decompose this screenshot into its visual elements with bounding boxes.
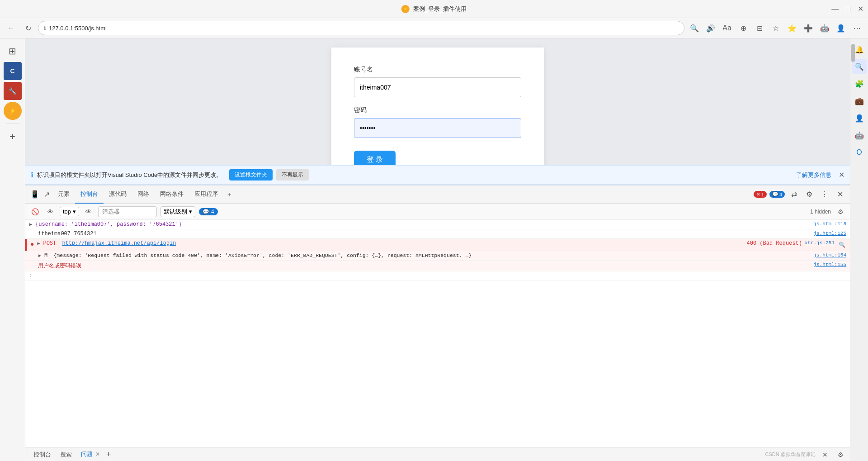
expand-icon-6[interactable]: › bbox=[29, 273, 33, 279]
learn-more-link[interactable]: 了解更多信息 bbox=[796, 171, 831, 179]
app-logo-icon: ⚡ bbox=[401, 5, 410, 13]
zoom-icon[interactable]: ⊕ bbox=[736, 21, 750, 35]
devtools-settings-icon[interactable]: ⚙ bbox=[803, 188, 816, 201]
devtools-responsive-icon[interactable]: ⇄ bbox=[788, 188, 800, 201]
bottom-right: CSDN @振华首席凉记 ✕ ⚙ bbox=[765, 449, 846, 461]
tab-sources[interactable]: 源代码 bbox=[104, 185, 132, 204]
tab-console[interactable]: 控制台 bbox=[75, 185, 104, 204]
msg-count-badge: 💬 4 bbox=[199, 208, 218, 215]
profile-icon[interactable]: 👤 bbox=[834, 21, 848, 35]
extensions-icon[interactable]: 🧩 bbox=[852, 76, 867, 91]
account-input[interactable] bbox=[354, 77, 521, 97]
tab-network-conditions[interactable]: 网络条件 bbox=[155, 185, 189, 204]
chevron-down-icon: ▾ bbox=[73, 208, 76, 215]
detail-m: M bbox=[44, 252, 51, 259]
watermark-text: CSDN @振华首席凉记 bbox=[765, 451, 816, 458]
expand-icon-1[interactable]: ▶ bbox=[29, 221, 33, 228]
collections-icon[interactable]: ⭐ bbox=[785, 21, 799, 35]
person-icon[interactable]: 👤 bbox=[852, 111, 867, 125]
devtools-inspect-icon[interactable]: ↗ bbox=[41, 189, 52, 200]
copilot-icon[interactable]: 🤖 bbox=[817, 21, 832, 35]
address-bar[interactable]: ℹ 127.0.0.1:5500/js.html bbox=[38, 21, 684, 35]
msg-count: 4 bbox=[211, 209, 214, 215]
window-title: 案例_登录_插件使用 bbox=[413, 5, 467, 13]
devtools-add-tab-icon[interactable]: + bbox=[223, 189, 235, 200]
sidebar-tabs-icon[interactable]: ⊞ bbox=[4, 42, 22, 60]
console-file-3[interactable]: xhr.js:251 bbox=[805, 240, 835, 246]
content-area: 账号名 密码 登 录 ℹ 标识项目的根文件夹以打开Visual Studio C… bbox=[25, 38, 850, 461]
lock-icon: ℹ bbox=[44, 25, 46, 31]
show-live-icon[interactable]: 👁 bbox=[44, 206, 56, 218]
nav-actions: 🔍 🔊 Aa ⊕ ⊟ ☆ ⭐ ➕ 🤖 👤 ⋯ bbox=[687, 21, 864, 35]
context-dropdown[interactable]: top ▾ bbox=[60, 207, 79, 216]
browser-add-icon[interactable]: ➕ bbox=[801, 21, 816, 35]
console-file-2[interactable]: js.html:125 bbox=[813, 231, 846, 236]
sidebar-tool-red-icon[interactable]: 🔧 bbox=[4, 82, 22, 100]
briefcase-icon[interactable]: 💼 bbox=[852, 94, 867, 108]
bottom-tab-search[interactable]: 搜索 bbox=[56, 447, 76, 461]
expand-icon-3[interactable]: ▶ bbox=[37, 240, 40, 247]
read-aloud-icon[interactable]: 🔊 bbox=[703, 21, 718, 35]
info-message: 标识项目的根文件夹以打开Visual Studio Code中的源文件并同步更改… bbox=[37, 171, 222, 179]
font-icon[interactable]: Aa bbox=[720, 21, 734, 35]
console-file-1[interactable]: js.html:118 bbox=[813, 221, 846, 227]
split-view-icon[interactable]: ⊟ bbox=[752, 21, 767, 35]
clear-console-icon[interactable]: 🚫 bbox=[29, 206, 41, 218]
tab-elements[interactable]: 元素 bbox=[52, 185, 75, 204]
more-icon[interactable]: ⋯ bbox=[850, 21, 864, 35]
devtools-close-icon[interactable]: ✕ bbox=[834, 188, 846, 201]
bottom-tab-add-icon[interactable]: + bbox=[104, 450, 113, 459]
sidebar-add-icon[interactable]: + bbox=[4, 128, 22, 146]
password-input[interactable] bbox=[354, 118, 521, 138]
left-sidebar: ⊞ C 🔧 ⚡ + bbox=[0, 38, 25, 461]
copilot-sidebar-icon[interactable]: 🤖 bbox=[852, 128, 867, 143]
refresh-button[interactable]: ↻ bbox=[21, 21, 35, 35]
console-line-2: itheima007 7654321 js.html:125 bbox=[25, 229, 850, 239]
scrollbar-thumb bbox=[851, 44, 855, 62]
tab-network-conditions-label: 网络条件 bbox=[160, 190, 184, 198]
outlook-icon[interactable]: O bbox=[852, 145, 867, 160]
console-file-5[interactable]: js.html:155 bbox=[813, 262, 846, 267]
expand-icon-4[interactable]: ▶ bbox=[38, 252, 42, 259]
search-button-3[interactable]: 🔍 bbox=[837, 240, 846, 249]
back-button[interactable]: ← bbox=[4, 21, 18, 35]
bottom-tabs: 控制台 搜索 问题 ✕ + CSDN @振华首席凉记 ✕ ⚙ bbox=[25, 447, 850, 461]
devtools-device-icon[interactable]: 📱 bbox=[29, 189, 41, 200]
account-group: 账号名 bbox=[354, 66, 521, 97]
url-text[interactable]: http://hmajax.itheima.net/api/login bbox=[62, 240, 741, 247]
bottom-tab-console[interactable]: 控制台 bbox=[29, 447, 56, 461]
set-root-button[interactable]: 设置根文件夹 bbox=[229, 169, 273, 181]
settings-bottom-icon[interactable]: ⚙ bbox=[835, 449, 846, 461]
console-file-4[interactable]: js.html:154 bbox=[813, 252, 846, 258]
level-dropdown[interactable]: 默认级别 ▾ bbox=[160, 206, 195, 217]
sidebar-logo-yellow-icon[interactable]: ⚡ bbox=[4, 102, 22, 120]
browser-chrome: ← ↻ ℹ 127.0.0.1:5500/js.html 🔍 🔊 Aa ⊕ ⊟ … bbox=[0, 18, 868, 38]
favorites-icon[interactable]: ☆ bbox=[769, 21, 783, 35]
info-icon: ℹ bbox=[31, 171, 33, 179]
context-label: top bbox=[63, 208, 71, 215]
minimize-button[interactable]: — bbox=[831, 5, 839, 13]
login-button[interactable]: 登 录 bbox=[354, 151, 396, 165]
maximize-button[interactable]: □ bbox=[846, 5, 850, 13]
dismiss-button[interactable]: 不再显示 bbox=[276, 169, 309, 181]
console-gear-icon[interactable]: ⚙ bbox=[835, 206, 846, 218]
message-badge: 💬 4 bbox=[769, 191, 785, 198]
devtools-more-icon[interactable]: ⋮ bbox=[818, 188, 831, 201]
close-window-button[interactable]: ✕ bbox=[858, 5, 863, 13]
bottom-tab-console-label: 控制台 bbox=[33, 451, 51, 459]
info-close-icon[interactable]: ✕ bbox=[839, 171, 844, 179]
sidebar-extension-c-icon[interactable]: C bbox=[4, 62, 22, 80]
bottom-tab-search-label: 搜索 bbox=[60, 451, 72, 459]
message-icon: 💬 bbox=[772, 191, 778, 197]
bottom-tab-issues[interactable]: 问题 ✕ bbox=[76, 447, 104, 461]
filter-input[interactable] bbox=[98, 206, 157, 217]
search-icon[interactable]: 🔍 bbox=[687, 21, 702, 35]
hidden-label: 1 hidden bbox=[810, 209, 831, 215]
close-bottom-icon[interactable]: ✕ bbox=[819, 449, 831, 461]
issues-close-icon[interactable]: ✕ bbox=[95, 451, 100, 457]
bottom-tab-issues-label: 问题 bbox=[81, 450, 93, 458]
eye-icon[interactable]: 👁 bbox=[83, 206, 94, 218]
tab-network[interactable]: 网络 bbox=[132, 185, 155, 204]
right-area: 🔔 🔍 🧩 💼 👤 🤖 O bbox=[850, 38, 868, 461]
tab-application[interactable]: 应用程序 bbox=[189, 185, 223, 204]
